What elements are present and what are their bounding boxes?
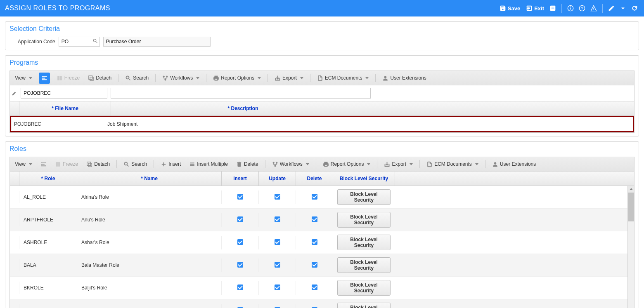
roles-header-row: * Role * Name Insert Update Delete Block…: [10, 172, 634, 186]
cell-role: ASHROLE: [19, 236, 77, 249]
info-button[interactable]: [566, 4, 575, 13]
warning-button[interactable]: [589, 4, 598, 13]
dropdown-button[interactable]: [618, 4, 627, 13]
export-menu[interactable]: Export: [382, 160, 414, 168]
separator: [154, 160, 154, 168]
insert-checkbox[interactable]: [237, 194, 243, 200]
cell-update: [258, 213, 296, 227]
block-security-button[interactable]: Block Level Security: [337, 189, 391, 205]
delete-button[interactable]: Delete: [234, 160, 260, 168]
app-code-lookup-button[interactable]: [92, 38, 98, 45]
roles-row[interactable]: CCC-MASTERCCC-MASTERBlock Level Security: [10, 299, 627, 308]
delete-checkbox[interactable]: [312, 239, 317, 245]
edit-button[interactable]: [607, 4, 616, 13]
exit-icon: [526, 5, 533, 12]
scrollbar[interactable]: [627, 186, 634, 308]
help-button[interactable]: ?: [578, 4, 587, 13]
svg-point-20: [276, 162, 277, 163]
delete-checkbox[interactable]: [312, 194, 317, 200]
svg-rect-8: [60, 76, 62, 80]
detach-button[interactable]: Detach: [86, 74, 113, 82]
caret-down-icon: [306, 163, 309, 165]
col-block-security[interactable]: Block Level Security: [333, 172, 395, 186]
filter-description-input[interactable]: [111, 88, 371, 99]
freeze-icon: [57, 75, 63, 81]
col-insert[interactable]: Insert: [221, 172, 258, 186]
user-icon: [492, 161, 498, 167]
col-delete[interactable]: Delete: [296, 172, 333, 186]
report-menu[interactable]: Report Options: [321, 160, 372, 168]
roles-row[interactable]: BALABala Master RoleBlock Level Security: [10, 254, 627, 277]
col-update[interactable]: Update: [258, 172, 296, 186]
block-security-button[interactable]: Block Level Security: [337, 235, 391, 250]
search-button[interactable]: Search: [123, 74, 150, 82]
update-checkbox[interactable]: [275, 284, 280, 290]
freeze-button[interactable]: Freeze: [53, 160, 80, 168]
insert-checkbox[interactable]: [237, 239, 243, 245]
update-checkbox[interactable]: [275, 194, 280, 200]
update-checkbox[interactable]: [275, 216, 280, 222]
separator: [265, 160, 265, 168]
roles-row[interactable]: ASHROLEAshar's RoleBlock Level Security: [10, 231, 627, 254]
delete-checkbox[interactable]: [312, 216, 317, 222]
insert-multiple-button[interactable]: Insert Multiple: [187, 160, 230, 168]
update-checkbox[interactable]: [275, 262, 280, 268]
format-button[interactable]: [39, 73, 50, 84]
svg-point-12: [166, 75, 168, 77]
refresh-button[interactable]: [630, 4, 639, 13]
detach-button[interactable]: Detach: [85, 160, 111, 168]
roles-row[interactable]: AL_ROLEAlrina's RoleBlock Level Security: [10, 186, 627, 209]
svg-rect-10: [90, 77, 93, 80]
scroll-up-button[interactable]: [628, 186, 634, 193]
insert-checkbox[interactable]: [237, 262, 243, 268]
caret-down-icon: [365, 77, 369, 79]
separator: [116, 160, 117, 168]
workflows-menu[interactable]: Workflows: [161, 74, 201, 82]
programs-row[interactable]: POJOBREC Job Shipment: [10, 116, 634, 132]
freeze-button[interactable]: Freeze: [55, 74, 81, 82]
user-ext-button[interactable]: User Extensions: [490, 160, 537, 168]
detach-icon: [88, 75, 94, 81]
scroll-track[interactable]: [628, 193, 634, 308]
search-icon: [92, 38, 98, 44]
search-button[interactable]: Search: [122, 160, 149, 168]
col-description[interactable]: * Description: [111, 101, 375, 115]
cell-name: Anu's Role: [77, 214, 221, 226]
filter-filename-input[interactable]: [21, 88, 107, 99]
notes-icon: [549, 5, 556, 12]
delete-checkbox[interactable]: [312, 262, 317, 268]
ecm-menu[interactable]: ECM Documents: [425, 160, 480, 168]
scroll-thumb[interactable]: [628, 193, 634, 221]
view-menu[interactable]: View: [13, 74, 34, 82]
block-security-button[interactable]: Block Level Security: [337, 212, 391, 228]
programs-filter-row: [10, 85, 634, 101]
insert-checkbox[interactable]: [237, 284, 243, 290]
report-menu[interactable]: Report Options: [211, 74, 263, 82]
insert-checkbox[interactable]: [237, 216, 243, 222]
notes-button[interactable]: [548, 4, 557, 13]
block-security-button[interactable]: Block Level Security: [337, 257, 391, 273]
roles-row[interactable]: BKROLEBaljit's RoleBlock Level Security: [10, 277, 627, 299]
view-menu[interactable]: View: [13, 160, 34, 168]
block-security-button[interactable]: Block Level Security: [337, 280, 391, 296]
export-icon: [275, 75, 281, 81]
insert-button[interactable]: Insert: [159, 160, 182, 168]
update-checkbox[interactable]: [275, 239, 280, 245]
block-security-button[interactable]: Block Level Security: [337, 303, 391, 308]
export-menu[interactable]: Export: [273, 74, 305, 82]
cell-delete: [296, 304, 333, 308]
workflows-menu[interactable]: Workflows: [270, 160, 311, 168]
exit-button[interactable]: Exit: [524, 4, 546, 12]
ecm-menu[interactable]: ECM Documents: [315, 74, 371, 82]
format-button[interactable]: [39, 160, 48, 168]
col-role[interactable]: * Role: [19, 172, 77, 186]
user-ext-button[interactable]: User Extensions: [381, 74, 428, 82]
separator: [268, 74, 268, 82]
roles-row[interactable]: ARPTFROLEAnu's RoleBlock Level Security: [10, 209, 627, 231]
col-filename[interactable]: * File Name: [19, 101, 111, 115]
delete-checkbox[interactable]: [312, 284, 317, 290]
col-name[interactable]: * Name: [77, 172, 221, 186]
cell-block-security: Block Level Security: [333, 277, 395, 299]
svg-rect-9: [89, 75, 92, 79]
save-button[interactable]: Save: [498, 4, 522, 12]
